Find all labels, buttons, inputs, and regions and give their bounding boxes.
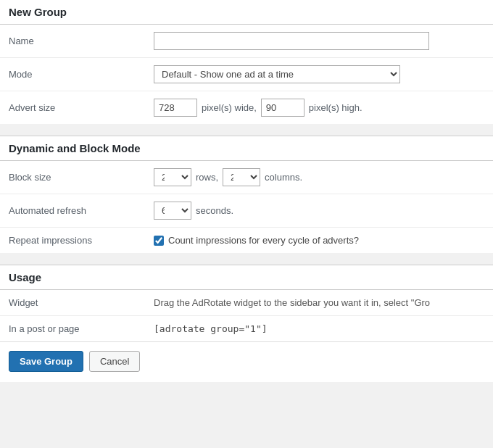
section-divider-2: [0, 253, 493, 265]
rows-label: rows,: [196, 172, 218, 183]
advert-height-input[interactable]: [261, 99, 304, 117]
name-label: Name: [0, 25, 145, 58]
section-header-dynamic: Dynamic and Block Mode: [0, 136, 493, 161]
refresh-select[interactable]: 0 3 6 10 15 30 60: [154, 202, 191, 220]
section-title-usage: Usage: [9, 271, 41, 283]
mode-row: Mode Default - Show one ad at a time Blo…: [0, 58, 493, 91]
in-post-row: In a post or page [adrotate group="1"]: [0, 316, 493, 342]
advert-size-field-cell: pixel(s) wide, pixel(s) high.: [145, 91, 493, 125]
automated-refresh-label: Automated refresh: [0, 194, 145, 228]
widget-row: Widget Drag the AdRotate widget to the s…: [0, 290, 493, 316]
automated-refresh-field-cell: 0 3 6 10 15 30 60 seconds.: [145, 194, 493, 228]
automated-refresh-cell: 0 3 6 10 15 30 60 seconds.: [154, 202, 484, 220]
advert-size-cell: pixel(s) wide, pixel(s) high.: [154, 99, 484, 117]
name-field-cell: [145, 25, 493, 58]
page-container: New Group Name Mode Default - Show one a…: [0, 0, 493, 382]
in-post-value: [adrotate group="1"]: [154, 323, 268, 334]
save-button[interactable]: Save Group: [9, 351, 83, 372]
repeat-impressions-label: Repeat impressions: [0, 228, 145, 254]
name-input[interactable]: [154, 32, 429, 50]
rows-select[interactable]: 1 2 3 4 5 6: [154, 168, 191, 186]
dynamic-fields-table: Block size 1 2 3 4 5 6 rows, 1: [0, 161, 493, 253]
repeat-impressions-cell: Count impressions for every cycle of adv…: [154, 235, 484, 246]
cols-select[interactable]: 1 2 3 4 5 6: [223, 168, 260, 186]
advert-size-row: Advert size pixel(s) wide, pixel(s) high…: [0, 91, 493, 125]
block-size-row: Block size 1 2 3 4 5 6 rows, 1: [0, 161, 493, 194]
section-title-dynamic: Dynamic and Block Mode: [9, 142, 141, 154]
seconds-label: seconds.: [196, 205, 233, 216]
in-post-field-cell: [adrotate group="1"]: [145, 316, 493, 342]
mode-label: Mode: [0, 58, 145, 91]
repeat-impressions-row: Repeat impressions Count impressions for…: [0, 228, 493, 254]
automated-refresh-row: Automated refresh 0 3 6 10 15 30 60 seco…: [0, 194, 493, 228]
section-title-new-group: New Group: [9, 6, 67, 18]
section-divider-1: [0, 124, 493, 136]
block-size-label: Block size: [0, 161, 145, 194]
basic-fields-table: Name Mode Default - Show one ad at a tim…: [0, 25, 493, 124]
repeat-impressions-checkbox-label: Count impressions for every cycle of adv…: [168, 235, 359, 246]
advert-size-label: Advert size: [0, 91, 145, 125]
widget-field-cell: Drag the AdRotate widget to the sidebar …: [145, 290, 493, 316]
block-size-cell: 1 2 3 4 5 6 rows, 1 2 3 4: [154, 168, 484, 186]
cancel-button[interactable]: Cancel: [89, 351, 140, 372]
widget-value: Drag the AdRotate widget to the sidebar …: [154, 297, 430, 308]
mode-select[interactable]: Default - Show one ad at a time Block Dy…: [154, 65, 400, 83]
advert-width-input[interactable]: [154, 99, 197, 117]
repeat-impressions-field-cell: Count impressions for every cycle of adv…: [145, 228, 493, 254]
button-row: Save Group Cancel: [0, 341, 493, 382]
repeat-impressions-checkbox[interactable]: [154, 236, 164, 246]
pixel-wide-label: pixel(s) wide,: [202, 102, 257, 113]
section-header-new-group: New Group: [0, 0, 493, 25]
mode-field-cell: Default - Show one ad at a time Block Dy…: [145, 58, 493, 91]
block-size-field-cell: 1 2 3 4 5 6 rows, 1 2 3 4: [145, 161, 493, 194]
cols-label: columns.: [265, 172, 302, 183]
in-post-label: In a post or page: [0, 316, 145, 342]
section-header-usage: Usage: [0, 265, 493, 290]
pixel-high-label: pixel(s) high.: [309, 102, 362, 113]
usage-fields-table: Widget Drag the AdRotate widget to the s…: [0, 290, 493, 341]
widget-label: Widget: [0, 290, 145, 316]
name-row: Name: [0, 25, 493, 58]
